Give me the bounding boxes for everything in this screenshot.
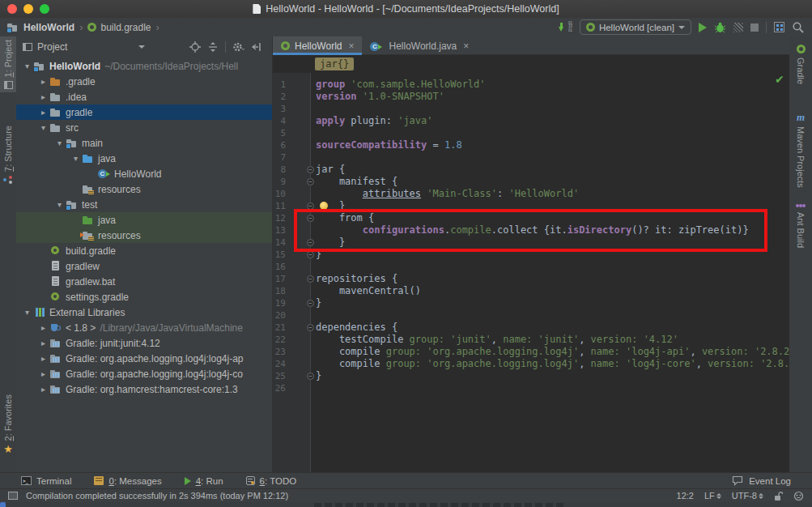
code-line[interactable]: 13 configurations.compile.collect {it.is… xyxy=(273,224,789,236)
tree-item[interactable]: ▾main xyxy=(16,135,272,151)
chevron-collapsed-icon[interactable]: ▸ xyxy=(37,369,49,378)
line-number[interactable]: 11 xyxy=(273,200,286,212)
chevron-expanded-icon[interactable]: ▾ xyxy=(70,154,82,163)
tree-item[interactable]: HelloWorld xyxy=(16,166,272,181)
line-number[interactable]: 7 xyxy=(273,151,286,164)
chevron-expanded-icon[interactable]: ▾ xyxy=(53,138,66,147)
code-line[interactable]: 7 xyxy=(273,151,789,164)
fold-marker-icon[interactable]: − xyxy=(286,200,310,212)
dock-app-icon[interactable] xyxy=(0,502,6,507)
tree-item[interactable]: settings.gradle xyxy=(16,289,272,305)
fold-marker-icon[interactable]: − xyxy=(286,322,310,334)
tree-item[interactable]: ▸gradle xyxy=(16,104,272,120)
stop-button[interactable] xyxy=(750,23,759,32)
code-line[interactable]: 25−} xyxy=(273,370,789,382)
caret-position-indicator[interactable]: 12:2 xyxy=(677,491,694,501)
fold-marker-icon[interactable]: − xyxy=(286,273,310,285)
code-editor[interactable]: 1group 'com.sample.HelloWorld'2version '… xyxy=(273,73,789,472)
tool-button-structure[interactable]: 7: Structure xyxy=(0,122,16,187)
debug-button[interactable] xyxy=(714,22,726,33)
tool-button-todo[interactable]: 6: TODO xyxy=(246,476,297,486)
inspector-icon[interactable] xyxy=(793,491,804,501)
tool-button-project[interactable]: 1: Project xyxy=(0,36,16,92)
tree-item[interactable]: build.gradle xyxy=(16,243,272,258)
code-line[interactable]: 20 xyxy=(273,309,789,322)
chevron-collapsed-icon[interactable]: ▸ xyxy=(37,385,49,394)
tool-button-terminal[interactable]: Terminal xyxy=(21,476,71,486)
chevron-down-icon[interactable] xyxy=(138,45,145,49)
chevron-collapsed-icon[interactable]: ▸ xyxy=(37,77,49,86)
chevron-collapsed-icon[interactable]: ▸ xyxy=(37,92,49,101)
locate-button[interactable] xyxy=(189,41,201,53)
coverage-button[interactable] xyxy=(733,23,743,32)
line-number[interactable]: 12 xyxy=(273,212,286,224)
tree-item[interactable]: ▸Gradle: org.hamcrest:hamcrest-core:1.3 xyxy=(16,381,272,397)
tree-item[interactable]: ▾HelloWorld ~/Documents/IdeaProjects/Hel… xyxy=(16,58,272,74)
chevron-collapsed-icon[interactable]: ▸ xyxy=(37,323,49,332)
code-line[interactable]: 4apply plugin: 'java' xyxy=(273,115,789,127)
line-number[interactable]: 16 xyxy=(273,261,286,273)
code-line[interactable]: 2version '1.0-SNAPSHOT' xyxy=(273,91,789,103)
tree-item[interactable]: ▾External Libraries xyxy=(16,305,272,320)
tree-item[interactable]: ▸.idea xyxy=(16,89,272,104)
dock-icons-row[interactable] xyxy=(314,503,567,507)
code-line[interactable]: 5 xyxy=(273,127,789,139)
line-number[interactable]: 1 xyxy=(273,79,286,91)
chevron-expanded-icon[interactable]: ▾ xyxy=(21,308,33,317)
breadcrumb-project[interactable]: HelloWorld xyxy=(23,22,74,33)
encoding-indicator[interactable]: UTF-8 xyxy=(732,491,763,501)
tree-item[interactable]: ▸Gradle: org.apache.logging.log4j:log4j-… xyxy=(16,366,272,381)
line-number[interactable]: 20 xyxy=(273,309,286,322)
tool-button-maven-projects[interactable]: Maven Projects xyxy=(789,109,812,191)
tool-button-gradle[interactable]: Gradle xyxy=(789,41,812,87)
breadcrumb-file[interactable]: build.gradle xyxy=(100,22,151,33)
intention-bulb-icon[interactable] xyxy=(320,202,328,210)
code-line[interactable]: 17−repositories { xyxy=(273,273,789,285)
chevron-expanded-icon[interactable]: ▾ xyxy=(37,123,49,132)
collapse-all-button[interactable] xyxy=(207,41,219,53)
tab-helloworld-java[interactable]: HelloWorld.java xyxy=(362,36,477,55)
line-number[interactable]: 10 xyxy=(273,188,286,200)
fold-marker-icon[interactable]: − xyxy=(286,249,310,261)
code-line[interactable]: 26 xyxy=(273,382,789,394)
hide-panel-button[interactable] xyxy=(251,41,262,53)
event-log-button[interactable]: Event Log xyxy=(732,475,791,486)
code-line[interactable]: 14− } xyxy=(273,236,789,249)
tree-item[interactable]: ▾test xyxy=(16,197,272,212)
tab-helloworld-gradle[interactable]: HelloWorld xyxy=(273,36,362,55)
close-icon[interactable] xyxy=(463,40,469,52)
line-number[interactable]: 3 xyxy=(273,103,286,115)
breadcrumb-chip-jar[interactable]: jar{} xyxy=(315,58,354,70)
line-number[interactable]: 15 xyxy=(273,249,286,261)
code-line[interactable]: 23 compile group: 'org.apache.logging.lo… xyxy=(273,346,789,358)
code-line[interactable]: 3 xyxy=(273,103,789,115)
chevron-collapsed-icon[interactable]: ▸ xyxy=(37,108,49,117)
tree-item[interactable]: ▸< 1.8 > /Library/Java/JavaVirtualMachin… xyxy=(16,320,272,335)
code-line[interactable]: 1group 'com.sample.HelloWorld' xyxy=(273,79,789,91)
tree-item[interactable]: gradlew xyxy=(16,258,272,274)
code-line[interactable]: 10 attributes 'Main-Class': 'HelloWorld' xyxy=(273,188,789,200)
tree-item[interactable]: ▸Gradle: org.apache.logging.log4j:log4j-… xyxy=(16,351,272,366)
tree-item[interactable]: gradlew.bat xyxy=(16,274,272,289)
settings-gear-button[interactable] xyxy=(232,41,244,53)
tool-button-run[interactable]: 4: Run xyxy=(185,476,223,486)
tree-item[interactable]: resources xyxy=(16,228,272,243)
fold-marker-icon[interactable]: − xyxy=(286,212,310,224)
line-number[interactable]: 18 xyxy=(273,285,286,297)
line-number[interactable]: 5 xyxy=(273,127,286,139)
tool-button-favorites[interactable]: 2: Favorites xyxy=(0,391,16,458)
chevron-collapsed-icon[interactable]: ▸ xyxy=(37,339,49,347)
line-number[interactable]: 24 xyxy=(273,358,286,370)
code-line[interactable]: 8−jar { xyxy=(273,164,789,176)
fold-marker-icon[interactable]: − xyxy=(286,370,310,382)
fold-marker-icon[interactable]: − xyxy=(286,176,310,188)
code-line[interactable]: 18 mavenCentral() xyxy=(273,285,789,297)
toolwindow-toggle-button[interactable] xyxy=(8,492,18,500)
line-number[interactable]: 13 xyxy=(273,224,286,236)
code-line[interactable]: 6sourceCompatibility = 1.8 xyxy=(273,139,789,151)
line-separator-indicator[interactable]: LF xyxy=(704,491,721,501)
close-icon[interactable] xyxy=(348,40,354,52)
line-number[interactable]: 9 xyxy=(273,176,286,188)
chevron-collapsed-icon[interactable]: ▸ xyxy=(37,354,49,363)
fold-marker-icon[interactable]: − xyxy=(286,236,310,249)
